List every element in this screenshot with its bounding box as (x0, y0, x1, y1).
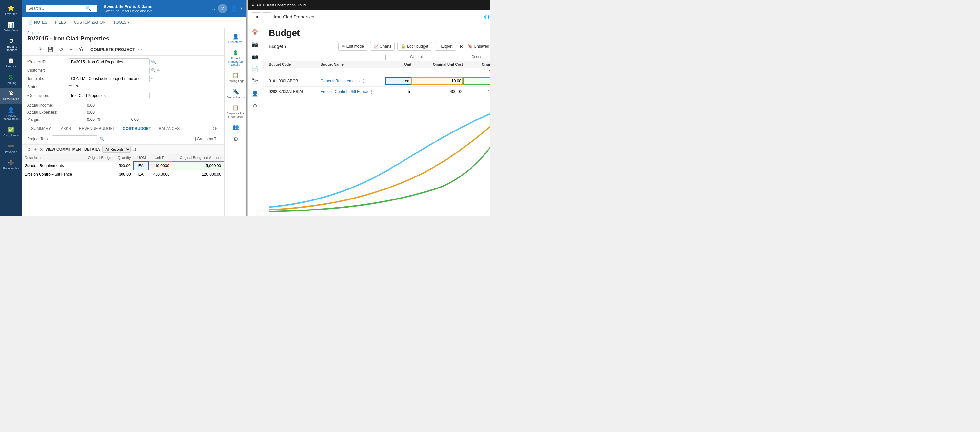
search-box[interactable]: 🔍 (26, 5, 97, 12)
rs-ptd[interactable]: 💲 Project Transaction Details (224, 47, 246, 69)
cc-layout-btn[interactable]: ⊞ (252, 12, 261, 21)
tab-summary[interactable]: SUMMARY (27, 124, 55, 133)
bth-empty (269, 55, 320, 60)
margin-pct-label: %: (97, 117, 110, 122)
sidebar-item-data-views[interactable]: 📊 Data Views (0, 19, 22, 35)
filter-icon[interactable]: ⊠ (460, 44, 464, 49)
task-search-input[interactable] (52, 135, 97, 143)
budget-name-link-2[interactable]: Erosion Control– Silt Fence (320, 89, 368, 94)
redo-button[interactable]: ↺ (58, 46, 65, 53)
table-toolbar: Project Task: 🔍 Group by T... (22, 133, 224, 145)
records-select[interactable]: All Records (102, 146, 130, 152)
cc-nav-doc[interactable]: 📄 (249, 63, 261, 75)
template-input[interactable] (69, 75, 150, 82)
row1-more-icon[interactable]: ⋮ (361, 78, 366, 84)
cc-nav-binoculars[interactable]: 🔭 (249, 75, 261, 87)
chevron-down-icon[interactable]: ▾ (240, 6, 242, 11)
star-icon: ⭐ (8, 5, 14, 11)
tab-tools[interactable]: TOOLS ▾ (113, 19, 130, 26)
expand-icon[interactable]: ⌄ (211, 5, 215, 12)
search-field-icon[interactable]: 🔍 (151, 60, 156, 64)
sidebar-item-time[interactable]: ⏱ Time and Expenses (0, 36, 22, 55)
row1-rate[interactable]: 10.0000 (148, 162, 172, 170)
budget-code-2: 0202-370MATERIAL (269, 89, 320, 94)
group-by-input[interactable] (191, 137, 196, 141)
sidebar-item-compliance[interactable]: ✅ Compliance (0, 124, 22, 140)
row1-description: General Requirements (22, 162, 80, 170)
data-table: Description Original Budgeted Quantity U… (22, 154, 224, 178)
cc-nav-settings[interactable]: ⚙ (249, 100, 261, 111)
project-id-input[interactable] (69, 58, 150, 65)
sidebar-item-favorites[interactable]: ⭐ Favorites (0, 3, 22, 19)
export-button[interactable]: ↑ Export (434, 42, 456, 51)
cc-back-btn[interactable]: ← (262, 12, 271, 21)
rs-settings[interactable]: ⚙ (224, 133, 246, 145)
row1-amount[interactable]: 5,000.00 (172, 162, 224, 170)
sidebar-item-construction[interactable]: 🏗 Construction (0, 88, 22, 104)
refresh-button[interactable]: ↺ (27, 147, 31, 152)
edit-template-icon[interactable]: ✏ (151, 76, 154, 81)
globe-icon[interactable]: 🌐 (484, 14, 490, 19)
project-id-label: Project ID: (27, 58, 66, 65)
unsaved-view[interactable]: 🔖 Unsaved view ▾ (468, 44, 490, 49)
lock-budget-button[interactable]: 🔒 Lock budget (397, 42, 432, 51)
row2-more-icon[interactable]: ⋮ (369, 89, 374, 94)
add-button[interactable]: ＋ (67, 45, 75, 54)
customer-input[interactable] (69, 67, 150, 74)
save-button[interactable]: 💾 (46, 46, 55, 53)
tab-balances[interactable]: BALANCES (155, 124, 183, 133)
main-content: 🔍 SweetLife Fruits & Jams SweetLife Head… (22, 0, 246, 216)
tab-revenue-budget[interactable]: REVENUE BUDGET (75, 124, 119, 133)
sidebar-item-finance[interactable]: 📋 Finance (0, 55, 22, 71)
expand-tabs-icon[interactable]: ≫ (212, 124, 219, 133)
rs-customers[interactable]: 👤 Customers (224, 31, 246, 46)
sidebar-item-banking[interactable]: 💲 Banking (0, 71, 22, 87)
user-icon[interactable]: 👤 (230, 5, 238, 12)
cc-nav-photo1[interactable]: 📷 (249, 38, 261, 50)
group-by-checkbox[interactable]: Group by T... (191, 137, 219, 141)
tab-files[interactable]: FILES (54, 19, 67, 26)
tab-tasks[interactable]: TASKS (55, 124, 75, 133)
actual-income-value: 0.00 (69, 102, 95, 108)
charts-button[interactable]: 📈 Charts (370, 42, 395, 51)
sidebar-item-receivables[interactable]: ➕ Receivables (0, 157, 22, 173)
add-commit-button[interactable]: ＋ (33, 146, 38, 152)
edit-mode-button[interactable]: ✏ Edit mode (338, 42, 368, 51)
rs-drawing-logs[interactable]: 📋 Drawing Logs (224, 70, 246, 85)
top-bar: 🔍 SweetLife Fruits & Jams SweetLife Head… (22, 0, 246, 17)
row1-qty: 500.00 (80, 162, 134, 170)
budget-unit-1[interactable]: ea (385, 78, 411, 84)
tab-cost-budget[interactable]: COST BUDGET (119, 124, 155, 133)
actual-expenses-value: 0.00 (69, 110, 95, 115)
search-customer-icon[interactable]: 🔍 (151, 68, 156, 73)
cc-nav-people[interactable]: 👤 (249, 87, 261, 99)
budget-name-link-1[interactable]: General Requirements (320, 79, 360, 83)
sidebar-item-payables[interactable]: ➖ Payables (0, 141, 22, 156)
budget-dropdown[interactable]: Budget ▾ (269, 44, 286, 49)
complete-project-button[interactable]: COMPLETE PROJECT (91, 47, 135, 52)
rs-rfi[interactable]: 📋 Requests For Information (224, 102, 246, 121)
tab-notes[interactable]: 📄 NOTES (27, 19, 48, 26)
help-icon[interactable]: ? (218, 4, 227, 13)
more-options-icon[interactable]: ⋯ (137, 46, 143, 52)
sidebar-item-pm[interactable]: 👤 Project Management (0, 104, 22, 124)
edit-customer-icon[interactable]: ✏ (157, 68, 161, 73)
cc-nav-photo2[interactable]: 📷 (249, 51, 261, 62)
budget-unit-cost-1[interactable]: 10.00 (411, 78, 463, 84)
budget-budget-1[interactable]: 5,000.00 (463, 78, 490, 84)
tab-customization[interactable]: CUSTOMIZATION (73, 19, 106, 26)
rs-contacts[interactable]: 👥 (224, 121, 246, 133)
task-search-icon[interactable]: 🔍 (100, 137, 105, 141)
copy-button[interactable]: ⎘ (38, 46, 43, 53)
description-input[interactable] (69, 92, 150, 99)
col-budget-code[interactable]: Budget Code ↑ (269, 62, 320, 67)
delete-button[interactable]: 🗑 (78, 46, 85, 53)
back-button[interactable]: ← (27, 46, 35, 53)
row1-uom[interactable]: EA (134, 162, 148, 170)
breadcrumb[interactable]: Projects (27, 31, 219, 35)
rs-project-issues[interactable]: 🔦 Project Issues (224, 86, 246, 102)
search-input[interactable] (29, 6, 84, 11)
expand-commit-icon[interactable]: ⇉ (132, 147, 137, 152)
cc-nav-home[interactable]: 🏠 (249, 26, 261, 38)
close-commit-button[interactable]: ✕ (40, 147, 43, 152)
